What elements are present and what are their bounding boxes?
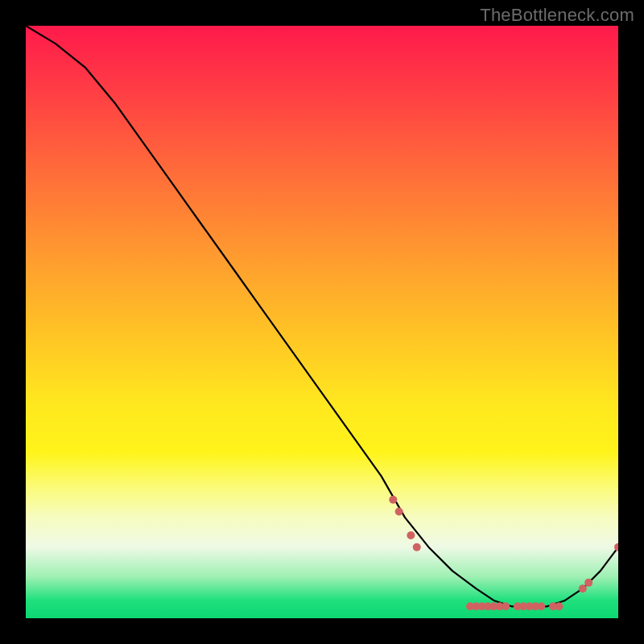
data-marker [614,543,618,551]
chart-svg [26,26,618,618]
data-marker [413,543,421,551]
data-marker [537,602,545,610]
data-marker [502,602,510,610]
data-marker [389,496,397,504]
chart-frame: TheBottleneck.com [0,0,644,644]
data-marker [579,584,587,592]
data-markers [389,496,618,610]
bottleneck-curve [26,26,618,606]
watermark-text: TheBottleneck.com [480,5,634,26]
data-marker [584,579,592,587]
plot-area [26,26,618,618]
data-marker [407,531,415,539]
data-marker [555,602,563,610]
data-marker [395,508,403,516]
